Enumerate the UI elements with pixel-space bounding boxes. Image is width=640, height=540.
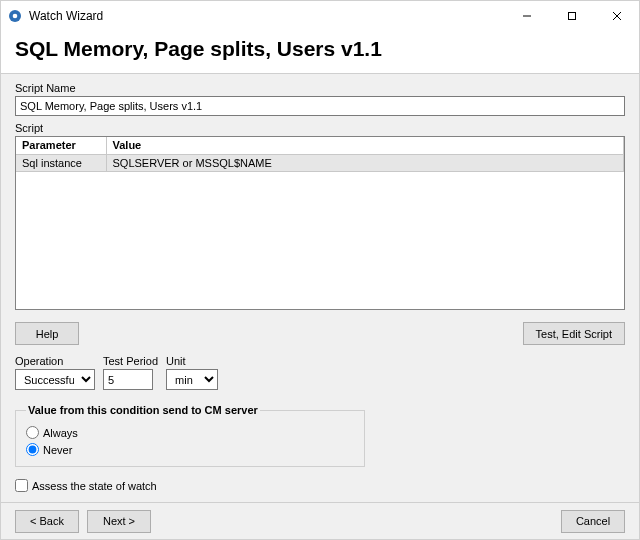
next-button[interactable]: Next > [87,510,151,533]
grid-buttons-row: Help Test, Edit Script [15,322,625,345]
test-period-input[interactable] [103,369,153,390]
table-row[interactable]: Sql instance SQLSERVER or MSSQL$NAME [16,154,624,171]
assess-row[interactable]: Assess the state of watch [15,479,625,492]
radio-always-label: Always [43,427,78,439]
back-button[interactable]: < Back [15,510,79,533]
unit-label: Unit [166,355,218,367]
operation-label: Operation [15,355,95,367]
operation-row: Operation Successful Test Period Unit mi… [15,355,625,390]
svg-point-1 [13,14,18,19]
send-to-cm-group: Value from this condition send to CM ser… [15,404,365,467]
titlebar: Watch Wizard [1,1,639,31]
radio-always[interactable] [26,426,39,439]
unit-select[interactable]: min [166,369,218,390]
table-header-row: Parameter Value [16,137,624,154]
script-name-label: Script Name [15,82,625,94]
cancel-button[interactable]: Cancel [561,510,625,533]
test-period-label: Test Period [103,355,158,367]
cell-param: Sql instance [16,154,106,171]
test-edit-script-button[interactable]: Test, Edit Script [523,322,625,345]
col-header-parameter: Parameter [16,137,106,154]
script-grid[interactable]: Parameter Value Sql instance SQLSERVER o… [15,136,625,310]
cell-value: SQLSERVER or MSSQL$NAME [106,154,624,171]
page-title: SQL Memory, Page splits, Users v1.1 [15,37,625,61]
radio-never[interactable] [26,443,39,456]
assess-label: Assess the state of watch [32,480,157,492]
radio-always-row[interactable]: Always [26,426,354,439]
header: SQL Memory, Page splits, Users v1.1 [1,31,639,73]
footer: < Back Next > Cancel [1,502,639,539]
maximize-button[interactable] [549,1,594,31]
radio-never-label: Never [43,444,72,456]
radio-never-row[interactable]: Never [26,443,354,456]
col-header-value: Value [106,137,624,154]
window-controls [504,1,639,31]
help-button[interactable]: Help [15,322,79,345]
script-section-label: Script [15,122,625,134]
script-name-input[interactable] [15,96,625,116]
minimize-button[interactable] [504,1,549,31]
close-button[interactable] [594,1,639,31]
svg-rect-3 [568,13,575,20]
client-area: Script Name Script Parameter Value Sql i… [1,73,639,502]
window-title: Watch Wizard [29,9,103,23]
send-to-cm-legend: Value from this condition send to CM ser… [26,404,260,416]
operation-select[interactable]: Successful [15,369,95,390]
assess-checkbox[interactable] [15,479,28,492]
app-icon [7,8,23,24]
